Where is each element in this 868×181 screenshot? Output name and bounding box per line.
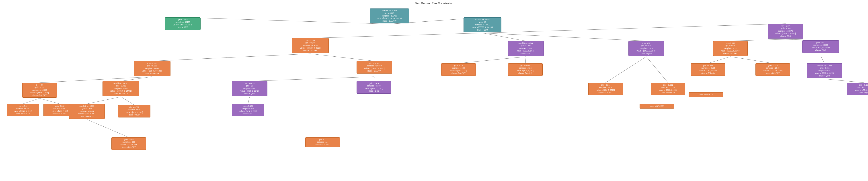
tree-node-n_zl: gini = 0.418 samples = 2154 value = [279… [691,63,725,76]
svg-line-10 [250,77,374,81]
tree-node-n_rrr_r: gini = 0.221 samples = 1220 value = [106… [651,83,685,95]
tree-node-n_rll: u <= -0.235 gini = 0.266 samples = 19689… [134,61,170,76]
tree-node-n_rlll: z <= -0.7 gini = 0.157 samples = 10838 v… [22,83,57,98]
tree-node-n_rlrl: u <= -0.429 gini = 0.2 samples = 3992 va… [232,81,268,96]
tree-node-n_rrl_qso: redshift <= -0.046 gini = 0.331 samples … [508,41,544,56]
tree-node-n_rrl_g: z <= 0.833 gini = 0.429 samples = 4060 v… [713,41,748,56]
tree-node-n_rrl_r: gini = 0.499 samples = 624 value = [323,… [508,63,542,76]
svg-line-25 [821,56,825,63]
tree-node-n_rl: z <= 0.705 gini = 0.344 samples = 63036 … [292,38,329,53]
tree-node-n_rr: u <= 0.19 gini = 0.148 samples = 22975 v… [768,24,803,38]
svg-line-3 [483,24,785,33]
svg-line-27 [87,119,129,137]
page-title: Best Decision Tree Visualization [0,0,868,6]
svg-line-15 [646,57,668,83]
tree-node-n_gxy_3137: class = GALAXY [689,92,723,97]
svg-line-2 [310,33,483,38]
svg-line-23 [708,57,731,63]
svg-line-19 [40,98,60,104]
svg-line-13 [525,57,526,63]
svg-line-20 [87,97,121,104]
tree-node-n_gxy_1416: gini = ... samples = ... class = GALAXY [305,137,340,147]
svg-line-4 [152,54,310,61]
tree-node-n_rlrr: gini = 0.073 samples = 3368 value = [127… [356,81,391,94]
tree-node-n_right: redshift <= 1.065 gini = 0.5 samples = 7… [464,18,501,32]
tree-node-n_lrll: redshift <= -0.609 gini = 0.476 samples … [69,104,105,119]
svg-line-26 [825,79,864,83]
tree-node-n_rr_qso_l: redshift <= -1.583 gini = 0.461 samples … [807,63,842,78]
svg-line-18 [23,98,40,104]
tree-node-n_star: gini = 0.016 samples = 36457 value = [29… [165,18,200,30]
svg-line-6 [483,33,526,41]
tree-node-n_lrrl: gini = 0.468 samples = 626 value = [323,… [232,104,264,116]
svg-line-5 [310,54,375,61]
tree-node-n_lrlr: gini = 0.082 samples = 626 value = [234,… [118,105,150,118]
tree-node-n_rrr_l: gini = 0.214 samples = 2878 value = [351… [588,83,623,95]
tree-node-n_zr: gini = 0.476 samples = 2840 value = [173… [755,63,790,76]
svg-line-9 [121,77,152,81]
tree-node-n_rlr: gini = 0.105 samples = 20839 value = [19… [356,61,392,73]
svg-line-24 [731,57,773,63]
svg-line-14 [606,57,647,83]
svg-line-16 [731,39,786,41]
tree-container: redshift <= -1.008 gini = 0.667 samples … [0,6,868,180]
svg-line-7 [483,33,646,41]
tree-node-n_rllr: redshift <= -0.301 gini = 0.421 samples … [102,81,139,96]
tree-node-n_gxy_2917: class = GALAXY [640,104,674,109]
tree-node-n_rr_qso_r: gini = 0.187 samples = 2868 value = [475… [847,83,868,95]
tree-node-n_rrr_p: gini = 0.047 samples = 23938 value = [53… [802,40,839,53]
tree-node-n_rrr_qso: u <= 0.12 gini = 0.499 samples = 7267 va… [628,41,664,56]
tree-node-n_llll: gini = 0.1 samples = 9791 value = [9272,… [7,104,39,116]
tree-node-n_gxy_549: gini = 0.082 samples = 626 value = [234,… [112,137,146,150]
svg-line-12 [459,57,526,63]
svg-line-21 [121,97,134,105]
svg-line-11 [374,77,375,81]
tree-node-root: redshift <= -1.008 gini = 0.667 samples … [370,8,409,23]
svg-line-22 [248,97,250,104]
tree-node-n_rrl_l: gini = 0.335 samples = 433 value = [341,… [441,63,476,76]
svg-line-0 [183,18,390,24]
